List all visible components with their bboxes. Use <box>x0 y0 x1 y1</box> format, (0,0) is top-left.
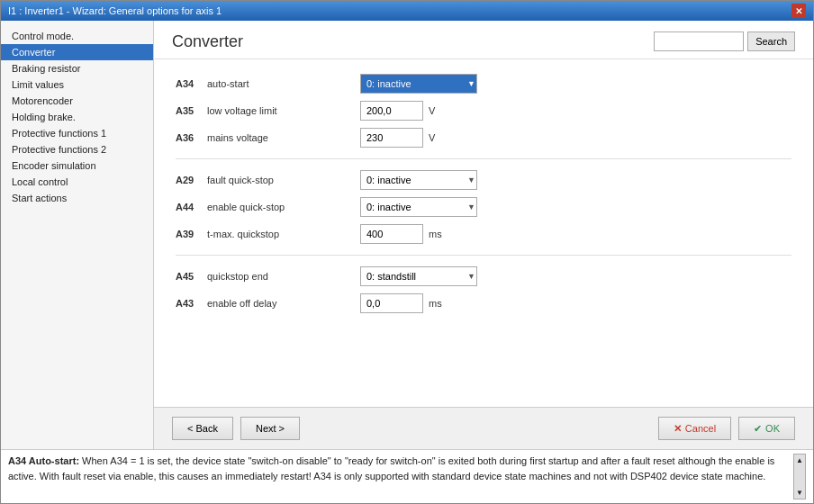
param-id-a45: A45 <box>176 271 207 282</box>
unit-a43: ms <box>429 298 442 309</box>
sidebar-item-protective-functions-2[interactable]: Protective functions 2 <box>1 141 153 158</box>
unit-a35: V <box>429 105 435 116</box>
param-label-a39: t-max. quickstop <box>207 229 360 239</box>
input-a36[interactable] <box>360 128 423 148</box>
status-param-name: Auto-start: <box>29 455 82 466</box>
window-title: I1 : Inverter1 - Wizard: General options… <box>8 5 222 16</box>
sidebar: Control mode.ConverterBraking resistorLi… <box>1 21 154 449</box>
form-divider <box>176 158 791 159</box>
content-area: Converter Search A34auto-start0: inactiv… <box>154 21 813 449</box>
unit-a39: ms <box>429 229 442 239</box>
param-label-a34: auto-start <box>207 78 360 89</box>
param-control-a29: 0: inactive1: active▼ <box>360 170 477 190</box>
form-row-a29: A29fault quick-stop0: inactive1: active▼ <box>176 170 791 190</box>
sidebar-item-braking-resistor[interactable]: Braking resistor <box>1 60 153 76</box>
param-control-a34: 0: inactive1: active▼ <box>360 74 477 94</box>
param-label-a44: enable quick-stop <box>207 202 360 212</box>
close-button[interactable]: ✕ <box>791 4 806 18</box>
param-control-a45: 0: standstill1: coast▼ <box>360 266 477 286</box>
param-id-a39: A39 <box>176 229 207 239</box>
param-id-a34: A34 <box>176 78 207 89</box>
sidebar-item-motorencoder[interactable]: Motorencoder <box>1 93 153 109</box>
form-area: A34auto-start0: inactive1: active▼A35low… <box>154 59 813 407</box>
dropdown-wrapper-a45: 0: standstill1: coast▼ <box>360 266 477 286</box>
status-description: When A34 = 1 is set, the device state "s… <box>8 455 774 482</box>
sidebar-item-converter[interactable]: Converter <box>1 44 153 60</box>
input-a43[interactable] <box>360 293 423 313</box>
unit-a36: V <box>429 132 435 143</box>
param-label-a29: fault quick-stop <box>207 175 360 185</box>
param-id-a44: A44 <box>176 202 207 212</box>
dropdown-a29[interactable]: 0: inactive1: active <box>360 170 477 190</box>
param-label-a43: enable off delay <box>207 298 360 309</box>
status-bar: A34 Auto-start: When A34 = 1 is set, the… <box>1 449 813 503</box>
param-label-a35: low voltage limit <box>207 105 360 116</box>
title-bar: I1 : Inverter1 - Wizard: General options… <box>1 1 813 21</box>
param-control-a43: ms <box>360 293 442 313</box>
content-header: Converter Search <box>154 21 813 59</box>
search-button[interactable]: Search <box>747 32 795 51</box>
form-row-a34: A34auto-start0: inactive1: active▼ <box>176 74 791 94</box>
sidebar-item-protective-functions-1[interactable]: Protective functions 1 <box>1 125 153 141</box>
cancel-label: Cancel <box>685 423 716 434</box>
form-row-a39: A39t-max. quickstopms <box>176 224 791 244</box>
sidebar-item-limit-values[interactable]: Limit values <box>1 76 153 93</box>
param-id-a36: A36 <box>176 132 207 143</box>
dropdown-wrapper-a44: 0: inactive1: active▼ <box>360 197 477 217</box>
form-row-a36: A36mains voltageV <box>176 128 791 148</box>
dropdown-wrapper-a34: 0: inactive1: active▼ <box>360 74 477 94</box>
cancel-icon: ✕ <box>674 423 682 435</box>
input-a39[interactable] <box>360 224 423 244</box>
form-row-a44: A44enable quick-stop0: inactive1: active… <box>176 197 791 217</box>
sidebar-item-start-actions[interactable]: Start actions <box>1 190 153 206</box>
param-control-a36: V <box>360 128 435 148</box>
ok-icon: ✔ <box>754 423 762 435</box>
param-control-a35: V <box>360 101 435 121</box>
back-button[interactable]: < Back <box>172 417 233 440</box>
dropdown-wrapper-a29: 0: inactive1: active▼ <box>360 170 477 190</box>
search-input[interactable] <box>654 32 744 51</box>
footer-right: ✕ Cancel ✔ OK <box>658 417 795 440</box>
footer-left: < Back Next > <box>172 417 300 440</box>
dropdown-a45[interactable]: 0: standstill1: coast <box>360 266 477 286</box>
sidebar-item-local-control[interactable]: Local control <box>1 174 153 190</box>
input-a35[interactable] <box>360 101 423 121</box>
status-param-id: A34 <box>8 455 29 466</box>
sidebar-item-holding-brake[interactable]: Holding brake. <box>1 109 153 125</box>
ok-label: OK <box>765 423 780 434</box>
page-title: Converter <box>172 32 243 51</box>
next-button[interactable]: Next > <box>240 417 300 440</box>
scroll-up-btn[interactable]: ▲ <box>794 454 805 466</box>
scroll-down-btn[interactable]: ▼ <box>794 487 805 499</box>
param-control-a44: 0: inactive1: active▼ <box>360 197 477 217</box>
param-id-a35: A35 <box>176 105 207 116</box>
form-divider <box>176 255 791 256</box>
sidebar-item-encoder-simulation[interactable]: Encoder simulation <box>1 158 153 174</box>
ok-button[interactable]: ✔ OK <box>738 417 795 440</box>
form-row-a43: A43enable off delayms <box>176 293 791 313</box>
search-area: Search <box>654 32 795 51</box>
param-label-a45: quickstop end <box>207 271 360 282</box>
main-content: Control mode.ConverterBraking resistorLi… <box>1 21 813 449</box>
form-row-a35: A35low voltage limitV <box>176 101 791 121</box>
scrollbar[interactable]: ▲ ▼ <box>793 454 806 500</box>
param-id-a29: A29 <box>176 175 207 185</box>
param-id-a43: A43 <box>176 298 207 309</box>
form-row-a45: A45quickstop end0: standstill1: coast▼ <box>176 266 791 286</box>
param-control-a39: ms <box>360 224 442 244</box>
dropdown-a34[interactable]: 0: inactive1: active <box>360 74 477 94</box>
main-window: I1 : Inverter1 - Wizard: General options… <box>0 0 814 504</box>
param-label-a36: mains voltage <box>207 132 360 143</box>
cancel-button[interactable]: ✕ Cancel <box>658 417 731 440</box>
status-text: A34 Auto-start: When A34 = 1 is set, the… <box>8 454 790 483</box>
footer-buttons: < Back Next > ✕ Cancel ✔ OK <box>154 407 813 449</box>
dropdown-a44[interactable]: 0: inactive1: active <box>360 197 477 217</box>
sidebar-item-control-mode[interactable]: Control mode. <box>1 28 153 44</box>
